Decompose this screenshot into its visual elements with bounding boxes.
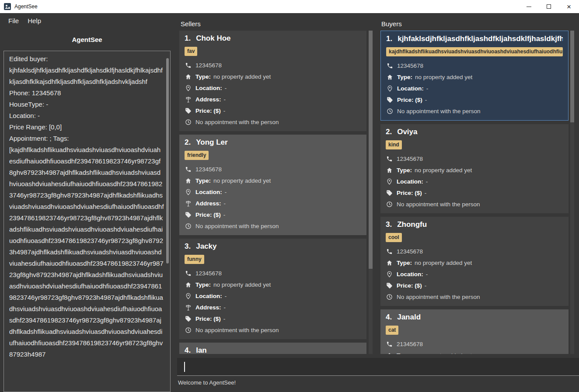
type-row: Type: no property added yet (386, 259, 563, 267)
card-title: 2.Oviya (386, 128, 563, 137)
location-value: - (225, 189, 227, 195)
price-label: Price: ($) (195, 212, 221, 218)
seller-card[interactable]: 2.Yong Ler friendly 12345678 Type: no pr… (179, 135, 366, 235)
tag-badge: kajdhflkadshflikuadhsviuadshviuasdhviuoa… (386, 47, 563, 56)
sellers-list: 1.Chok Hoe fav 12345678 Type: no propert… (179, 31, 366, 354)
house-icon (386, 352, 393, 354)
seller-card[interactable]: 4.Ian (179, 343, 366, 354)
card-name: Chok Hoe (196, 34, 230, 42)
buyer-card[interactable]: 1.kjhfaklsdjhfkljasdhfkljashdfkljahsdklf… (380, 31, 569, 121)
house-icon (386, 167, 393, 173)
phone-icon (386, 340, 393, 347)
details-scrollbar[interactable] (166, 58, 169, 264)
appointment-value: No appointment with the person (397, 294, 480, 300)
card-name: kjhfaklsdjhfkljasdhfkljashdfkljahsdklfjh… (398, 35, 563, 43)
buyer-card[interactable]: 4.Janald cat 21345678 Type: no property … (380, 309, 569, 354)
sellers-scrollbar[interactable] (369, 31, 373, 354)
price-tag-icon (185, 211, 192, 218)
card-number: 4. (185, 346, 191, 354)
seller-card[interactable]: 3.Jacky funny 12345678 Type: no property… (179, 239, 366, 339)
location-label: Location: (195, 189, 222, 195)
buyers-list: 1.kjhfaklsdjhfkljasdhfkljashdfkljahsdklf… (380, 31, 569, 354)
appointment-value: No appointment with the person (195, 327, 279, 333)
type-value: no property added yet (415, 352, 472, 354)
type-value: no property added yet (415, 74, 472, 80)
price-row: Price: ($) - (386, 189, 563, 197)
card-name: Jacky (196, 242, 216, 250)
type-label: Type: (195, 73, 211, 80)
card-title: 2.Yong Ler (185, 138, 361, 148)
card-title: 4.Janald (386, 313, 563, 323)
price-tag-icon (185, 107, 192, 114)
phone-value: 12345678 (397, 156, 423, 162)
app-icon (4, 3, 11, 10)
card-number: 2. (185, 138, 191, 146)
tag-badge: funny (185, 255, 204, 264)
phone-icon (185, 166, 192, 173)
location-value: - (426, 85, 429, 92)
location-pin-icon (386, 178, 393, 185)
phone-row: 12345678 (185, 61, 361, 69)
sellers-header: Sellers (181, 20, 201, 28)
address-row: Address: - (185, 95, 361, 103)
tag-badge: friendly (185, 151, 209, 160)
location-label: Location: (195, 85, 222, 91)
command-input[interactable] (177, 358, 579, 376)
maximize-icon (547, 4, 551, 9)
card-name: Ian (196, 346, 207, 354)
location-pin-icon (386, 271, 393, 278)
price-row: Price: ($) - (185, 315, 361, 323)
card-title: 4.Ian (185, 346, 361, 354)
details-textbox[interactable]: Edited buyer: kjhfaklsdjhfkljasdhfkljash… (3, 51, 171, 392)
type-label: Type: (397, 74, 412, 80)
window-title: AgentSee (14, 3, 38, 10)
phone-row: 12345678 (386, 155, 563, 163)
appointment-row: No appointment with the person (185, 118, 361, 126)
house-icon (185, 177, 192, 184)
details-text: Edited buyer: kjhfaklsdjhfkljasdhfkljash… (4, 51, 170, 360)
buyer-card[interactable]: 3.Zhongfu cool 12345678 Type: no propert… (380, 217, 569, 306)
close-button[interactable]: × (559, 0, 579, 13)
phone-value: 12345678 (195, 166, 222, 173)
type-label: Type: (195, 281, 211, 288)
clock-icon (386, 201, 393, 208)
appointment-value: No appointment with the person (195, 119, 279, 125)
address-label: Address: (195, 96, 221, 103)
card-number: 1. (185, 34, 191, 42)
maximize-button[interactable] (539, 0, 559, 13)
menu-help[interactable]: Help (23, 15, 45, 26)
card-title: 3.Zhongfu (386, 220, 563, 230)
type-value: no property added yet (213, 73, 271, 80)
buyers-scrollbar[interactable] (570, 31, 574, 354)
location-pin-icon (386, 85, 393, 92)
price-value: - (425, 190, 427, 196)
titlebar: AgentSee × (0, 0, 579, 13)
location-row: Location: - (185, 292, 361, 300)
card-title: 1.kjhfaklsdjhfkljasdhfkljashdfkljahsdklf… (386, 35, 563, 44)
address-row: Address: - (185, 199, 361, 207)
location-value: - (225, 293, 227, 299)
buyers-scrollbar-thumb[interactable] (570, 31, 574, 122)
type-label: Type: (397, 352, 412, 354)
address-value: - (224, 96, 226, 103)
location-value: - (426, 271, 428, 278)
price-tag-icon (386, 282, 393, 289)
card-name: Oviya (397, 128, 417, 136)
buyer-card[interactable]: 2.Oviya kind 12345678 Type: no property … (380, 124, 569, 213)
card-name: Yong Ler (196, 138, 227, 146)
price-row: Price: ($) - (185, 107, 361, 114)
card-number: 4. (386, 313, 392, 321)
seller-card[interactable]: 1.Chok Hoe fav 12345678 Type: no propert… (179, 31, 366, 131)
house-icon (185, 281, 192, 288)
menu-file[interactable]: File (4, 15, 23, 26)
phone-value: 12345678 (195, 270, 222, 277)
type-row: Type: no property added yet (185, 177, 361, 184)
phone-icon (386, 248, 393, 255)
address-value: - (224, 200, 226, 207)
minimize-button[interactable] (519, 0, 539, 13)
location-pin-icon (185, 188, 192, 195)
sellers-scrollbar-thumb[interactable] (369, 31, 373, 269)
clock-icon (185, 118, 192, 125)
appointment-value: No appointment with the person (195, 223, 279, 229)
clock-icon (386, 293, 393, 300)
